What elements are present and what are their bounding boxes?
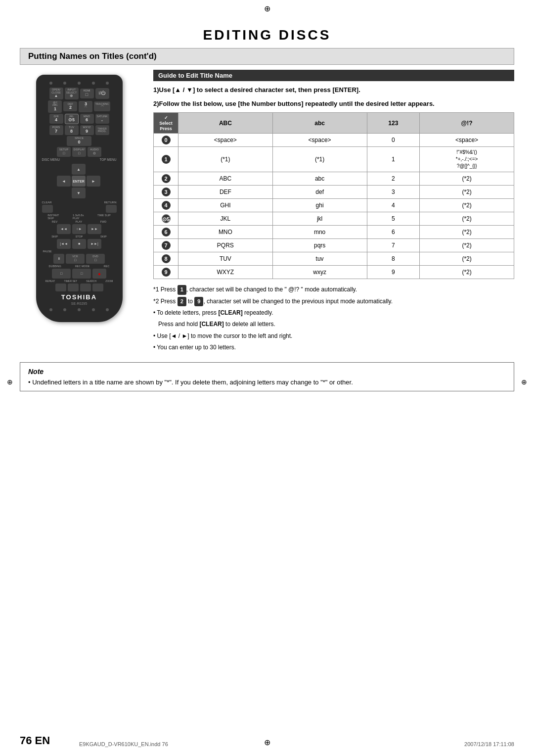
vcr-btn[interactable]: VCR □ [66, 254, 85, 264]
table-row-3: 3 DEF def 3 (*2) [154, 186, 514, 199]
play-btn[interactable]: ○► [72, 224, 86, 234]
dot-b5 [106, 308, 109, 311]
skip-back-btn[interactable]: |◄◄ [57, 239, 71, 249]
special-5: (*2) [420, 212, 514, 226]
num-9-btn[interactable]: WXYZ 9 [80, 125, 94, 135]
rev-label: REV [52, 220, 57, 223]
section-header: Putting Names on Titles (cont'd) [20, 48, 514, 65]
return-label: RETURN [104, 201, 117, 204]
timer-prog-btn[interactable]: TIM/ER PROG. [95, 125, 109, 135]
satlink-btn[interactable]: SATLINK ⌄ [95, 114, 109, 124]
num-4-btn[interactable]: GHI 4 [49, 114, 63, 124]
num-8: 8 [367, 252, 420, 266]
note-box: Note • Undefined letters in a title name… [20, 362, 514, 391]
table-row-1: 1 (*1) (*1) 1 !"#$%&'()*+,-./:;<=>?@[]^_… [154, 147, 514, 172]
footnote-5: • Use [◄ / ►] to move the cursor to the … [153, 331, 514, 341]
rec-mode-btn[interactable]: □ [72, 269, 91, 279]
setup-btn[interactable]: SETUP □ [57, 147, 71, 157]
model-name: SE-R0295 [40, 302, 119, 305]
key-8: 8 [154, 252, 178, 266]
rev-btn[interactable]: ◄◄ [57, 224, 71, 234]
skip-labels: SKIP STOP SKIP [40, 235, 119, 238]
instruction-1: 1)Use [▲ / ▼] to select a desired charac… [153, 85, 514, 95]
skip-right-label: SKIP [100, 235, 107, 238]
dot-b1 [49, 308, 52, 311]
num-1-btn[interactable]: @/! ABC 1 [48, 100, 62, 113]
audio-btn[interactable]: AUDIO ⊙ [88, 147, 101, 157]
display-btn[interactable]: DISPLAY □ [72, 147, 86, 157]
abc-lower-6: mno [272, 226, 367, 239]
clear-btn[interactable] [42, 205, 53, 213]
search-btn[interactable] [80, 284, 91, 291]
enter-btn[interactable]: ENTER [72, 176, 86, 187]
stop-btn[interactable]: ■ [72, 239, 86, 249]
num-0: 0 [367, 134, 420, 147]
timer-set-label: TIMER SET [64, 280, 77, 283]
num-7-btn[interactable]: PQRS 7 [49, 125, 63, 135]
num-5: 5 [367, 212, 420, 226]
input-select-btn[interactable]: INPUT SELECT ⊕ [65, 88, 79, 99]
return-btn[interactable] [106, 205, 117, 213]
special-8: (*2) [420, 252, 514, 266]
key-0: 0 [154, 134, 178, 147]
dvd-btn[interactable]: DVD □ [86, 254, 105, 264]
dpad-left-btn[interactable]: ◄ [57, 176, 71, 187]
play-speed-label: 1.3x/0.8xPLAY [73, 214, 84, 220]
clear-return-labels: CLEAR RETURN [40, 201, 119, 204]
dpad-empty-br [87, 188, 100, 198]
power-btn[interactable]: I/⏻ [95, 88, 109, 99]
skip-fwd-btn[interactable]: ►►| [88, 239, 101, 249]
dpad-up-btn[interactable]: ▲ [72, 164, 86, 175]
fwd-btn[interactable]: ►► [88, 224, 101, 234]
num-row-3: PQRS 7 TUV 8 WXYZ 9 TIM/ER PROG. [40, 125, 119, 135]
instructions-col: Guide to Edit Title Name 1)Use [▲ / ▼] t… [138, 70, 514, 354]
num-6: 6 [367, 226, 420, 239]
key-4: 4 [154, 199, 178, 212]
zoom-btn[interactable] [92, 284, 103, 291]
special-9: (*2) [420, 266, 514, 279]
abc-4: GHI [178, 199, 273, 212]
special-4: (*2) [420, 199, 514, 212]
abc-lower-7: pqrs [272, 239, 367, 252]
dub-rec-row: □ □ ● [40, 269, 119, 279]
playback-labels: INSTANTSKIP 1.3x/0.8xPLAY TIME SLIP [40, 214, 119, 220]
page: ⊕ ⊕ ⊕ EDITING DISCS Putting Names on Tit… [0, 0, 534, 756]
num-8-btn[interactable]: TUV 8 [65, 125, 79, 135]
abc-8: TUV [178, 252, 273, 266]
dot1 [49, 82, 52, 85]
col-123: 123 [367, 113, 420, 134]
skip-stop-row: |◄◄ ■ ►►| [40, 239, 119, 249]
special-1: !"#$%&'()*+,-./:;<=>?@[]^_{|} [420, 147, 514, 172]
reg-mark-right: ⊕ [521, 378, 527, 386]
open-close-btn[interactable]: OPEN/ CLOSE ▲ [49, 88, 63, 99]
num-6-btn[interactable]: MNO 6 [80, 114, 94, 124]
dpad-down-btn[interactable]: ▼ [72, 188, 86, 198]
num-3-btn[interactable]: 3 ⌒ [79, 101, 92, 112]
dot-b4 [92, 308, 95, 311]
dot5 [106, 82, 109, 85]
timer-set-btn[interactable] [68, 284, 79, 291]
top-button-row: OPEN/ CLOSE ▲ INPUT SELECT ⊕ HDMI □ I/ [40, 88, 119, 99]
dubbing-btn[interactable]: □ [52, 269, 71, 279]
abc-lower-2: abc [272, 172, 367, 186]
dpad-empty-bl [57, 188, 71, 198]
dpad-right-btn[interactable]: ► [87, 176, 100, 187]
dpad-empty-tr [87, 164, 100, 175]
abc-6: MNO [178, 226, 273, 239]
reg-mark-top: ⊕ [264, 4, 270, 13]
remote-bottom-dots [40, 306, 119, 312]
tracking-btn[interactable]: TRACKINC ⌒ [94, 101, 110, 111]
num-1: 1 [367, 147, 420, 172]
num-2-btn[interactable]: DEF 2 [63, 101, 77, 111]
key-7: 7 [154, 239, 178, 252]
hdmi-btn[interactable]: HDMI □ [80, 89, 94, 98]
special-7: (*2) [420, 239, 514, 252]
repeat-btn[interactable] [55, 284, 66, 291]
num-5-btn[interactable]: JKL ⊙5 [65, 114, 79, 124]
rec-btn[interactable]: ● [92, 269, 106, 279]
pause-btn[interactable]: ⏸ [53, 254, 64, 264]
num-0-btn[interactable]: SPACE 0 [67, 136, 91, 146]
brand-name: TOSHIBA [40, 293, 119, 301]
zoom-label: ZOOM [105, 280, 113, 283]
key-6: 6 [154, 226, 178, 239]
